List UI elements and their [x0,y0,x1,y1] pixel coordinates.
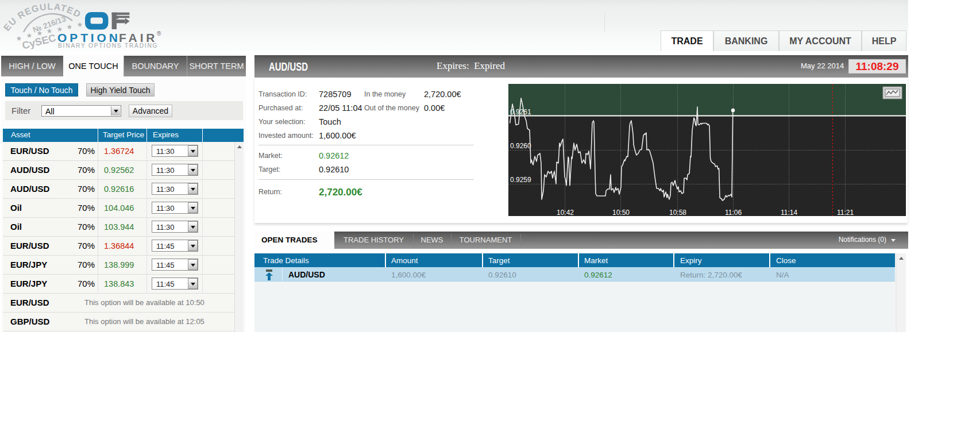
svg-text:10:58: 10:58 [669,209,686,216]
svg-text:0.9260: 0.9260 [510,142,531,150]
svg-text:11:21: 11:21 [837,209,854,216]
svg-text:10:50: 10:50 [612,209,630,216]
svg-text:BINARY OPTIONS TRADING: BINARY OPTIONS TRADING [58,43,158,49]
svg-text:11:14: 11:14 [781,209,797,216]
svg-text:0.9259: 0.9259 [510,176,531,184]
svg-text:11:06: 11:06 [725,209,742,216]
svg-text:®: ® [157,30,161,37]
svg-text:10:42: 10:42 [557,209,574,216]
